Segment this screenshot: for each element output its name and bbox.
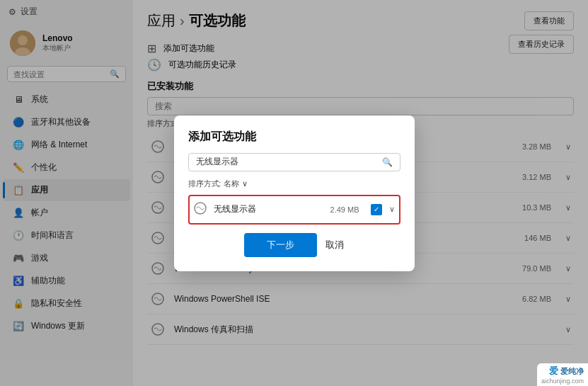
watermark-icon: 爱 bbox=[549, 365, 558, 378]
dialog-title: 添加可选功能 bbox=[188, 130, 400, 144]
dialog-feature-checkbox[interactable]: ✓ bbox=[371, 204, 382, 215]
dialog-feature-size: 2.49 MB bbox=[330, 205, 359, 214]
dialog-next-button[interactable]: 下一步 bbox=[244, 233, 317, 257]
watermark-brand: 爱纯净 bbox=[560, 366, 584, 377]
dialog-search-box[interactable]: 🔍 bbox=[188, 153, 400, 171]
dialog-sort-chevron-icon: ∨ bbox=[242, 179, 248, 188]
dialog-feature-icon bbox=[194, 202, 207, 217]
dialog-search-input[interactable] bbox=[196, 157, 378, 167]
dialog-search-icon: 🔍 bbox=[382, 157, 393, 167]
watermark-site: aichunjing.com bbox=[541, 378, 584, 385]
dialog-feature-item[interactable]: 无线显示器 2.49 MB ✓ ∨ bbox=[188, 195, 400, 225]
dialog-cancel-button[interactable]: 取消 bbox=[325, 239, 344, 251]
dialog-feature-chevron-icon[interactable]: ∨ bbox=[389, 205, 395, 214]
add-feature-dialog: 添加可选功能 🔍 排序方式: 名称 ∨ 无线显示器 2.49 MB ✓ ∨ 下一… bbox=[174, 115, 415, 271]
dialog-feature-name: 无线显示器 bbox=[214, 203, 323, 215]
dialog-actions: 下一步 取消 bbox=[188, 233, 400, 257]
watermark: 爱 爱纯净 aichunjing.com bbox=[537, 363, 588, 386]
dialog-sort[interactable]: 排序方式: 名称 ∨ bbox=[188, 178, 400, 189]
dialog-overlay: 添加可选功能 🔍 排序方式: 名称 ∨ 无线显示器 2.49 MB ✓ ∨ 下一… bbox=[0, 0, 588, 386]
dialog-sort-text: 排序方式: 名称 bbox=[188, 178, 239, 189]
